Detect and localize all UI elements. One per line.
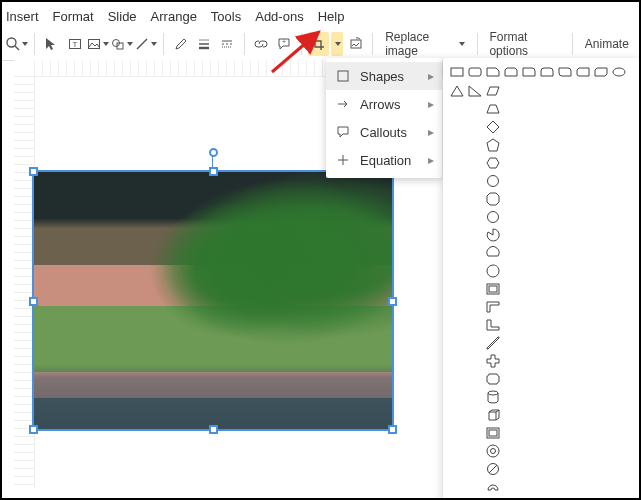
svg-point-22 (613, 68, 625, 76)
shape-round-diag[interactable] (557, 64, 573, 80)
svg-line-1 (15, 46, 19, 50)
menu-item-callouts[interactable]: Callouts ▸ (326, 118, 442, 146)
shape-frame[interactable] (485, 281, 501, 297)
reset-image[interactable] (345, 32, 366, 56)
format-options[interactable]: Format options (483, 32, 566, 56)
shape-half-frame[interactable] (485, 299, 501, 315)
shape-diag-stripe[interactable] (485, 335, 501, 351)
shape-snip-rect[interactable] (485, 64, 501, 80)
link-button[interactable] (250, 32, 271, 56)
resize-handle-sw[interactable] (29, 425, 38, 434)
shape-snip-diag[interactable] (593, 64, 609, 80)
shape-tool[interactable] (111, 32, 133, 56)
resize-handle-w[interactable] (29, 297, 38, 306)
divider (34, 33, 35, 55)
shape-round-rect[interactable] (467, 64, 483, 80)
menu-item-arrows[interactable]: Arrows ▸ (326, 90, 442, 118)
rotate-handle[interactable] (209, 148, 218, 157)
line-tool[interactable] (135, 32, 157, 56)
svg-rect-17 (338, 71, 348, 81)
shape-trapezoid[interactable] (485, 101, 501, 117)
resize-handle-n[interactable] (209, 167, 218, 176)
menu-slide[interactable]: Slide (108, 9, 137, 24)
shape-right-triangle[interactable] (467, 83, 483, 99)
menu-tools[interactable]: Tools (211, 9, 241, 24)
shape-plaque[interactable] (485, 371, 501, 387)
shape-round-2[interactable] (539, 64, 555, 80)
menu-format[interactable]: Format (53, 9, 94, 24)
menu-help[interactable]: Help (318, 9, 345, 24)
svg-point-0 (7, 38, 16, 47)
dash-icon (220, 37, 234, 51)
divider (372, 33, 373, 55)
menu-item-label: Arrows (360, 97, 428, 112)
image-content (34, 172, 392, 429)
svg-rect-21 (469, 68, 481, 76)
shape-decagon[interactable] (485, 209, 501, 225)
shape-snip-round[interactable] (575, 64, 591, 80)
submenu-arrow-icon: ▸ (428, 153, 434, 167)
border-weight[interactable] (193, 32, 214, 56)
app-window: Insert Format Slide Arrange Tools Add-on… (0, 0, 641, 500)
shape-triangle[interactable] (449, 83, 465, 99)
resize-handle-e[interactable] (388, 297, 397, 306)
border-dash[interactable] (216, 32, 237, 56)
submenu-arrow-icon: ▸ (428, 69, 434, 83)
comment-icon: + (277, 37, 291, 51)
divider (244, 33, 245, 55)
divider (163, 33, 164, 55)
resize-handle-nw[interactable] (29, 167, 38, 176)
selected-image[interactable] (34, 172, 392, 429)
shape-snip-2[interactable] (503, 64, 519, 80)
resize-handle-se[interactable] (388, 425, 397, 434)
shape-no[interactable] (485, 461, 501, 477)
shape-pentagon[interactable] (485, 137, 501, 153)
shape-icon (111, 37, 125, 51)
shape-parallelogram[interactable] (485, 83, 501, 99)
shape-pie[interactable] (485, 227, 501, 243)
shape-rect[interactable] (449, 64, 465, 80)
shape-hexagon[interactable] (485, 155, 501, 171)
resize-handle-s[interactable] (209, 425, 218, 434)
svg-line-33 (489, 465, 497, 473)
shape-l[interactable] (485, 317, 501, 333)
animate[interactable]: Animate (579, 32, 635, 56)
shapes-gallery (443, 58, 639, 500)
svg-point-23 (488, 176, 499, 187)
shape-bevel[interactable] (485, 425, 501, 441)
shape-round-1[interactable] (521, 64, 537, 80)
divider (301, 33, 302, 55)
zoom-button[interactable] (6, 32, 28, 56)
shape-chord[interactable] (485, 245, 501, 261)
svg-point-27 (488, 391, 498, 395)
svg-rect-15 (351, 40, 361, 48)
shape-can[interactable] (485, 389, 501, 405)
menu-addons[interactable]: Add-ons (255, 9, 303, 24)
menu-item-equation[interactable]: Equation ▸ (326, 146, 442, 174)
shape-heptagon[interactable] (485, 173, 501, 189)
menu-item-label: Callouts (360, 125, 428, 140)
shape-donut[interactable] (485, 443, 501, 459)
crop-icon (311, 37, 325, 51)
shape-octagon[interactable] (485, 191, 501, 207)
menu-insert[interactable]: Insert (6, 9, 39, 24)
menu-arrange[interactable]: Arrange (151, 9, 197, 24)
weight-icon (197, 37, 211, 51)
replace-image[interactable]: Replace image (379, 32, 470, 56)
shape-ellipse[interactable] (611, 64, 627, 80)
crop-button[interactable] (308, 32, 329, 56)
shape-cube[interactable] (485, 407, 501, 423)
image-tool[interactable] (87, 32, 109, 56)
textbox-tool[interactable]: T (64, 32, 85, 56)
select-tool[interactable] (41, 32, 62, 56)
shape-block-arc[interactable] (485, 479, 501, 495)
shape-diamond[interactable] (485, 119, 501, 135)
border-color[interactable] (170, 32, 191, 56)
comment-button[interactable]: + (274, 32, 295, 56)
mask-dropdown[interactable] (331, 32, 343, 56)
shape-teardrop[interactable] (485, 263, 501, 279)
callouts-icon (334, 123, 352, 141)
shape-cross[interactable] (485, 353, 501, 369)
menu-item-label: Equation (360, 153, 428, 168)
menu-item-shapes[interactable]: Shapes ▸ (326, 62, 442, 90)
